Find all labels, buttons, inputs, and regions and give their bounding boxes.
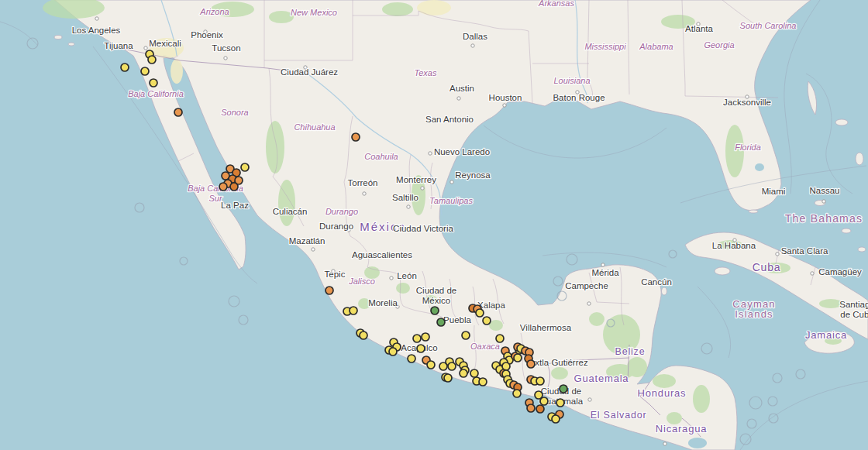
earthquake-marker[interactable] xyxy=(476,309,484,317)
earthquake-marker[interactable] xyxy=(174,108,182,116)
earthquake-marker[interactable] xyxy=(219,183,227,191)
label-chihuahua: Chihuahua xyxy=(294,122,335,132)
label-baton-rouge: Baton Rouge xyxy=(553,93,604,102)
label-morelia: Morelia xyxy=(368,298,398,307)
earthquake-marker[interactable] xyxy=(514,354,522,362)
earthquake-marker[interactable] xyxy=(536,377,544,385)
earthquake-marker[interactable] xyxy=(431,307,439,314)
town-ring xyxy=(421,187,424,190)
town-ring xyxy=(822,200,825,203)
label-arkansas: Arkansas xyxy=(538,0,574,8)
town-ring xyxy=(587,302,591,305)
town-ring xyxy=(429,152,432,155)
earthquake-marker[interactable] xyxy=(121,64,129,71)
earthquake-marker[interactable] xyxy=(540,397,548,405)
earthquake-marker[interactable] xyxy=(444,374,452,382)
map-svg[interactable]: ArizonaNew MexicoTexasArkansasMississipp… xyxy=(0,0,868,450)
earthquake-marker[interactable] xyxy=(496,335,504,342)
earthquake-marker[interactable] xyxy=(513,390,521,397)
label-jalisco: Jalisco xyxy=(348,277,375,286)
earthquake-marker[interactable] xyxy=(422,333,429,341)
earthquake-marker[interactable] xyxy=(483,317,491,325)
earthquake-marker[interactable] xyxy=(479,378,487,386)
label-phoenix: Phoenix xyxy=(191,30,223,40)
earthquake-marker[interactable] xyxy=(350,307,357,314)
island-bahamas-2 xyxy=(835,119,848,125)
earthquake-marker[interactable] xyxy=(470,369,478,377)
earthquake-marker[interactable] xyxy=(460,369,467,377)
town-ring xyxy=(811,272,814,275)
earthquake-marker[interactable] xyxy=(241,163,249,171)
earthquake-marker[interactable] xyxy=(413,335,421,342)
island-bahamas-5 xyxy=(842,228,851,233)
label-nuevo-laredo: Nuevo Laredo xyxy=(434,147,490,156)
town-ring xyxy=(95,17,98,20)
label-ciudad-victoria: Ciudad Victoria xyxy=(393,224,453,233)
earthquake-marker[interactable] xyxy=(150,79,157,87)
label-la-paz: La Paz xyxy=(221,201,249,210)
earthquake-marker[interactable] xyxy=(360,331,367,339)
earthquake-marker[interactable] xyxy=(141,67,149,75)
earthquake-marker[interactable] xyxy=(556,399,564,407)
label-cancun: Cancún xyxy=(641,277,672,287)
earthquake-marker[interactable] xyxy=(352,133,360,141)
town-ring xyxy=(363,192,366,195)
label-nassau: Nassau xyxy=(810,186,840,195)
label-santa-clara: Santa Clara xyxy=(781,246,828,256)
label-saltillo: Saltillo xyxy=(392,193,418,202)
label-florida: Florida xyxy=(735,143,761,152)
label-cayman-islands: CaymanIslands xyxy=(732,298,776,320)
earthquake-marker[interactable] xyxy=(437,318,445,326)
earthquake-marker[interactable] xyxy=(448,362,456,370)
label-camaguey: Camagüey xyxy=(818,267,862,277)
label-mississippi: Mississippi xyxy=(584,42,626,51)
label-monterrey: Monterrey xyxy=(396,175,436,184)
label-jamaica: Jamaica xyxy=(805,329,847,341)
label-tijuana: Tijuana xyxy=(104,41,133,50)
town-ring xyxy=(663,442,666,445)
earthquake-marker[interactable] xyxy=(326,287,333,294)
label-torreon: Torreón xyxy=(348,178,378,187)
earthquake-marker[interactable] xyxy=(417,345,425,352)
label-culiacan: Culiacán xyxy=(273,207,308,216)
label-new-mexico: New Mexico xyxy=(291,8,337,17)
label-sonora: Sonora xyxy=(221,108,248,117)
earthquake-marker[interactable] xyxy=(408,355,415,362)
label-durango: Durango xyxy=(319,222,353,231)
label-villahermosa: Villahermosa xyxy=(520,323,572,332)
label-durango: Durango xyxy=(326,207,358,216)
map-canvas[interactable]: ArizonaNew MexicoTexasArkansasMississipp… xyxy=(0,0,868,450)
label-tepic: Tepic xyxy=(325,270,346,279)
town-ring xyxy=(224,57,227,60)
label-jacksonville: Jacksonville xyxy=(723,98,771,107)
earthquake-marker[interactable] xyxy=(527,360,535,368)
earthquake-marker[interactable] xyxy=(527,404,535,412)
town-ring xyxy=(390,277,393,280)
label-belize: Belize xyxy=(615,346,646,357)
earthquake-marker[interactable] xyxy=(427,361,435,369)
earthquake-marker[interactable] xyxy=(552,415,560,423)
label-oaxaca: Oaxaca xyxy=(470,342,500,351)
earthquake-marker[interactable] xyxy=(389,348,397,356)
town-ring xyxy=(312,248,315,251)
label-baja-california: Baja California xyxy=(128,89,184,98)
island-bahamas-3 xyxy=(856,153,863,165)
label-coahuila: Coahuila xyxy=(364,152,398,161)
town-ring xyxy=(503,104,506,107)
island-bahamas-6 xyxy=(858,247,866,252)
earthquake-marker[interactable] xyxy=(536,405,544,413)
label-reynosa: Reynosa xyxy=(455,170,491,180)
earthquake-marker[interactable] xyxy=(148,56,156,64)
earthquake-marker[interactable] xyxy=(560,385,567,393)
island-juventud xyxy=(715,267,730,275)
label-cuba: Cuba xyxy=(753,261,781,273)
label-merida: Mérida xyxy=(591,268,619,277)
earthquake-marker[interactable] xyxy=(230,183,238,191)
label-tamaulipas: Tamaulipas xyxy=(429,196,473,205)
label-el-salvador: El Salvador xyxy=(591,410,647,421)
label-louisiana: Louisiana xyxy=(553,76,590,85)
island-keys xyxy=(749,210,758,213)
label-leon: León xyxy=(397,271,417,280)
label-los-angeles: Los Angeles xyxy=(72,26,121,35)
earthquake-marker[interactable] xyxy=(462,331,470,339)
